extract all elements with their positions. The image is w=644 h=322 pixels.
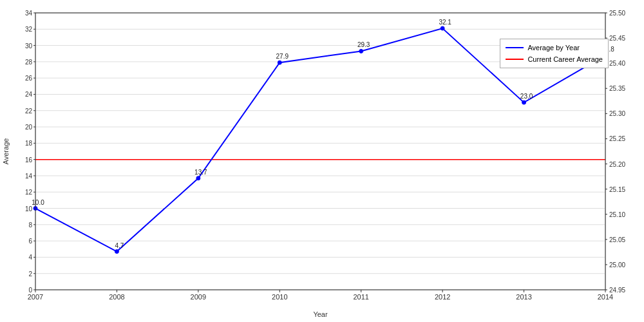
svg-text:14: 14 — [25, 173, 33, 180]
svg-text:2014: 2014 — [598, 293, 613, 301]
svg-text:25.35: 25.35 — [609, 85, 625, 92]
svg-text:32.1: 32.1 — [439, 19, 451, 26]
svg-text:26: 26 — [25, 75, 33, 82]
svg-text:25.10: 25.10 — [609, 211, 625, 218]
legend-line-red — [506, 59, 524, 60]
legend-label-red: Current Career Average — [527, 53, 603, 65]
svg-text:30: 30 — [25, 43, 33, 50]
svg-text:25.30: 25.30 — [609, 110, 625, 117]
svg-text:27.9: 27.9 — [276, 53, 289, 60]
svg-text:25.00: 25.00 — [609, 261, 625, 269]
svg-text:23.0: 23.0 — [520, 93, 533, 100]
svg-point-107 — [359, 49, 363, 53]
svg-text:25.25: 25.25 — [609, 135, 625, 142]
svg-text:34: 34 — [25, 10, 33, 17]
svg-text:24: 24 — [25, 91, 33, 98]
svg-text:29.3: 29.3 — [357, 41, 370, 48]
svg-text:12: 12 — [25, 189, 33, 196]
svg-text:Average: Average — [2, 138, 10, 165]
svg-text:6: 6 — [28, 238, 32, 245]
chart-container: 0246810121416182022242628303234Average24… — [0, 0, 644, 322]
svg-text:2007: 2007 — [28, 293, 43, 301]
svg-text:2013: 2013 — [516, 293, 531, 301]
svg-text:10.0: 10.0 — [32, 199, 44, 206]
svg-point-105 — [278, 61, 281, 64]
svg-text:13.7: 13.7 — [194, 169, 207, 176]
svg-text:2009: 2009 — [191, 293, 206, 301]
svg-text:10: 10 — [25, 205, 33, 213]
svg-text:4.7: 4.7 — [115, 242, 124, 249]
svg-text:25.45: 25.45 — [609, 35, 625, 42]
svg-text:2011: 2011 — [353, 293, 368, 301]
svg-text:16: 16 — [25, 156, 33, 164]
svg-text:18: 18 — [25, 140, 33, 147]
svg-text:25.15: 25.15 — [609, 186, 625, 193]
svg-text:2012: 2012 — [435, 293, 450, 301]
svg-text:4: 4 — [28, 254, 32, 261]
svg-point-109 — [440, 26, 444, 30]
svg-text:Year: Year — [313, 310, 328, 318]
svg-text:8: 8 — [28, 222, 32, 229]
legend-item-red: Current Career Average — [506, 53, 603, 65]
svg-text:25.50: 25.50 — [609, 10, 625, 17]
svg-point-101 — [115, 250, 118, 254]
legend-line-blue — [506, 47, 524, 48]
legend-box: Average by Year Current Career Average — [500, 39, 609, 68]
svg-text:2: 2 — [28, 270, 32, 278]
svg-text:2008: 2008 — [109, 293, 124, 301]
legend-item-blue: Average by Year — [506, 42, 603, 53]
svg-point-103 — [196, 176, 200, 180]
svg-text:25.20: 25.20 — [609, 161, 625, 168]
svg-text:25.40: 25.40 — [609, 60, 625, 67]
svg-point-111 — [522, 100, 526, 104]
svg-text:2010: 2010 — [272, 293, 287, 301]
svg-text:22: 22 — [25, 108, 33, 115]
svg-text:20: 20 — [25, 124, 33, 131]
svg-text:28: 28 — [25, 59, 33, 66]
svg-text:32: 32 — [25, 26, 33, 33]
svg-text:25.05: 25.05 — [609, 236, 625, 243]
legend-label-blue: Average by Year — [527, 42, 580, 53]
